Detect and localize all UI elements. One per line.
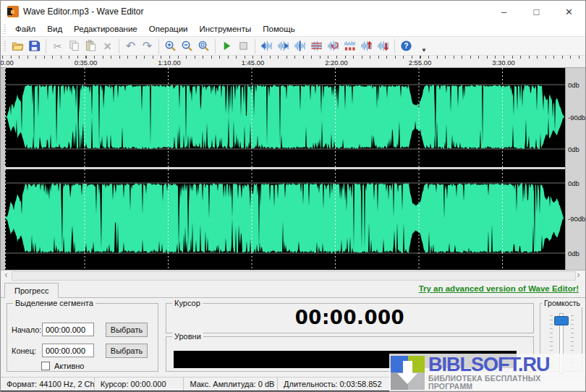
active-checkbox[interactable] bbox=[41, 362, 50, 370]
watermark-tagline: БИБЛИОТЕКА БЕСПЛАТНЫХ ПРОГРАММ bbox=[428, 375, 586, 391]
silence-icon bbox=[344, 40, 356, 52]
toolbar-copy-button[interactable] bbox=[66, 38, 82, 54]
toolbar-zoom-out-button[interactable] bbox=[179, 38, 195, 54]
play-icon bbox=[221, 40, 233, 52]
db-label: 0db bbox=[568, 145, 579, 153]
amplify-up-icon bbox=[360, 40, 373, 52]
toolbar-zoom-fit-button[interactable] bbox=[195, 38, 212, 54]
waveform-left-gutter bbox=[1, 68, 5, 270]
scroll-left-arrow[interactable]: ‹ bbox=[1, 270, 12, 281]
toolbar-normalize-button[interactable] bbox=[292, 38, 308, 54]
undo-icon: ↶ bbox=[126, 40, 135, 53]
ruler-label: 0:35.00 bbox=[75, 59, 98, 67]
db-label: 0db bbox=[568, 81, 579, 89]
toolbar-select-all-button[interactable] bbox=[308, 38, 325, 54]
db-label: -90db bbox=[568, 215, 585, 223]
ruler-label: 3:30.00 bbox=[492, 59, 515, 67]
timeline-ruler[interactable]: 0:00.000:35.001:10.001:45.002:20.002:55.… bbox=[1, 56, 585, 68]
toolbar-play-button[interactable] bbox=[218, 38, 235, 54]
menu-item-1[interactable]: Файл bbox=[9, 22, 41, 36]
tab-row: Прогресс Try an advanced version of Wave… bbox=[1, 281, 585, 298]
redo-icon: ↷ bbox=[143, 40, 152, 53]
download-arrow-icon bbox=[403, 361, 412, 373]
window-title: Wave Editor.mp3 - Wave Editor bbox=[23, 7, 144, 17]
toolbar-delete-button[interactable]: ✕ bbox=[99, 38, 116, 54]
close-button[interactable]: ✕ bbox=[553, 1, 585, 22]
title-bar: Wave Editor.mp3 - Wave Editor – □ ✕ bbox=[1, 1, 585, 22]
start-label: Начало: bbox=[12, 325, 41, 334]
menu-item-6[interactable]: Помощь bbox=[257, 22, 300, 36]
toolbar-paste-button[interactable] bbox=[82, 38, 99, 54]
menu-item-5[interactable]: Инструменты bbox=[194, 22, 258, 36]
paste-icon bbox=[85, 40, 97, 52]
fade-in-icon bbox=[260, 40, 273, 52]
toolbar-zoom-in-button[interactable] bbox=[162, 38, 179, 54]
zoom-fit-icon bbox=[198, 40, 210, 52]
db-label: 0db bbox=[568, 179, 579, 187]
minimize-button[interactable]: – bbox=[488, 1, 520, 22]
biblsoft-logo-icon bbox=[391, 356, 425, 390]
scroll-right-arrow[interactable]: › bbox=[573, 270, 584, 281]
toolbar-separator bbox=[46, 39, 46, 54]
toolbar-separator bbox=[215, 39, 216, 54]
maximize-button[interactable]: □ bbox=[520, 1, 553, 22]
menu-item-2[interactable]: Вид bbox=[41, 22, 68, 36]
toolbar-separator bbox=[158, 39, 159, 54]
toolbar-stop-button[interactable] bbox=[235, 38, 252, 54]
toolbar-amplify-down-button[interactable] bbox=[375, 38, 391, 54]
help-icon: ? bbox=[400, 40, 412, 52]
delete-icon: ✕ bbox=[103, 40, 112, 53]
svg-text:?: ? bbox=[404, 42, 408, 50]
toolbar-separator bbox=[255, 39, 255, 54]
start-time-input[interactable] bbox=[42, 323, 94, 336]
toolbar-overflow-icon[interactable]: ▼ bbox=[421, 47, 427, 55]
tab-progress[interactable]: Прогресс bbox=[4, 283, 59, 298]
watermark-brand: BIBLSOFT.RU bbox=[428, 354, 586, 375]
ruler-label: 0:00.00 bbox=[1, 59, 14, 67]
toolbar-redo-button[interactable]: ↷ bbox=[139, 38, 156, 54]
app-icon bbox=[7, 6, 19, 17]
menu-bar: ФайлВидРедактированиеОперацииИнструменты… bbox=[1, 22, 585, 37]
menu-item-4[interactable]: Операции bbox=[143, 22, 194, 36]
toolbar-separator bbox=[119, 39, 119, 54]
status-item-3: Макс. Амплитуда: 0 dB bbox=[184, 378, 278, 391]
volume-slider-handle[interactable] bbox=[554, 316, 569, 325]
normalize-icon bbox=[294, 40, 306, 52]
db-label: -90db bbox=[568, 114, 585, 122]
biblsoft-watermark: BIBLSOFT.RU БИБЛИОТЕКА БЕСПЛАТНЫХ ПРОГРА… bbox=[389, 354, 586, 391]
select-start-button[interactable]: Выбрать bbox=[106, 323, 148, 337]
toolbar-help-button[interactable]: ? bbox=[398, 38, 415, 54]
toolbar-open-button[interactable] bbox=[9, 38, 26, 54]
select-end-button[interactable]: Выбрать bbox=[106, 344, 148, 358]
scrollbar-thumb[interactable] bbox=[12, 271, 576, 281]
window-controls: – □ ✕ bbox=[488, 1, 585, 22]
zoom-in-icon bbox=[164, 40, 177, 52]
db-label: 0db bbox=[568, 250, 579, 257]
toolbar-amplify-up-button[interactable] bbox=[358, 38, 375, 54]
amplify-down-icon bbox=[377, 40, 389, 52]
upgrade-link[interactable]: Try an advanced version of Wave Editor! bbox=[419, 284, 579, 293]
menu-item-3[interactable]: Редактирование bbox=[68, 22, 143, 36]
toolbar-save-button[interactable] bbox=[26, 38, 43, 54]
copy-icon bbox=[68, 40, 80, 52]
toolbar-fade-in-button[interactable] bbox=[258, 38, 275, 54]
ruler-label: 2:20.00 bbox=[325, 59, 348, 67]
levels-group-title: Уровни bbox=[172, 332, 203, 341]
status-item-2: Курсор: 00:00.000 bbox=[95, 378, 184, 391]
toolbar-silence-button[interactable] bbox=[341, 38, 358, 54]
horizontal-scrollbar[interactable]: ‹ › bbox=[1, 270, 585, 281]
waveform-area[interactable]: 0db-90db0db0db-90db0db bbox=[1, 68, 585, 270]
toolbar-fade-out-button[interactable] bbox=[275, 38, 292, 54]
toolbar-undo-button[interactable]: ↶ bbox=[122, 38, 139, 54]
toolbar-cut-button[interactable]: ✂ bbox=[49, 38, 66, 54]
end-label: Конец: bbox=[12, 346, 36, 355]
ruler-label: 2:55.00 bbox=[409, 59, 432, 67]
toolbar-grip bbox=[4, 41, 6, 51]
toolbar-mix-button[interactable] bbox=[325, 38, 341, 54]
status-item-1: Формат: 44100 Hz, 2 Ch. bbox=[1, 378, 95, 391]
waveform-canvas[interactable] bbox=[5, 68, 565, 270]
end-time-input[interactable] bbox=[42, 344, 94, 357]
mix-icon bbox=[327, 40, 339, 52]
ruler-label: 1:10.00 bbox=[158, 59, 181, 67]
active-checkbox-label: Активно bbox=[54, 362, 85, 370]
